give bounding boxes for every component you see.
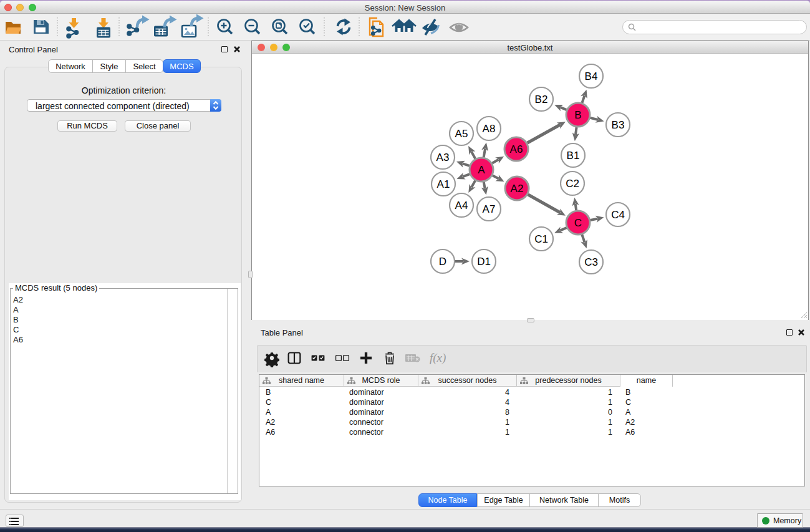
svg-text:B2: B2 [535, 94, 548, 105]
svg-text:A7: A7 [483, 203, 496, 215]
svg-text:A1: A1 [437, 178, 450, 190]
svg-text:B1: B1 [567, 150, 580, 162]
svg-text:A: A [478, 164, 485, 176]
svg-text:f(x): f(x) [430, 351, 446, 365]
svg-text:D1: D1 [477, 256, 491, 268]
svg-text:B4: B4 [585, 70, 598, 82]
svg-text:C2: C2 [566, 178, 579, 190]
svg-text:D: D [439, 256, 446, 268]
svg-text:C1: C1 [534, 233, 548, 245]
svg-text:A5: A5 [455, 128, 468, 140]
svg-text:A8: A8 [483, 123, 496, 135]
svg-text:A2: A2 [511, 183, 524, 195]
svg-text:A3: A3 [436, 152, 450, 163]
svg-text:A4: A4 [455, 200, 468, 211]
svg-text:B: B [574, 109, 581, 121]
svg-text:C3: C3 [584, 256, 598, 268]
svg-text:C4: C4 [611, 209, 625, 221]
svg-text:B3: B3 [612, 119, 625, 131]
svg-text:A6: A6 [510, 143, 523, 155]
svg-text:C: C [574, 217, 582, 229]
